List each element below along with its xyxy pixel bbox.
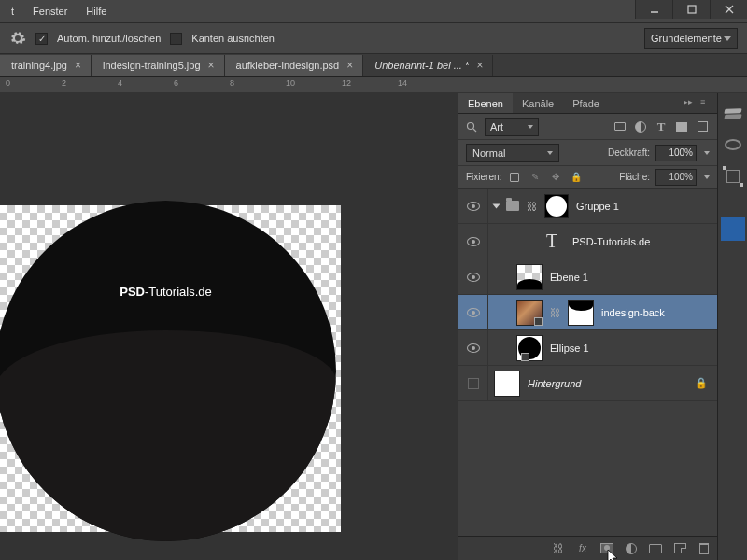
add-mask-button[interactable] bbox=[599, 541, 614, 556]
panel-tab-kanaele[interactable]: Kanäle bbox=[513, 93, 563, 113]
link-layers-button[interactable]: ⛓ bbox=[551, 541, 566, 556]
delete-layer-button[interactable] bbox=[697, 541, 712, 556]
dock-collapsed-panel-icon[interactable] bbox=[721, 217, 745, 241]
filter-kind-dropdown[interactable]: Art bbox=[485, 118, 539, 136]
panel-collapse-icon[interactable]: ▸▸ bbox=[684, 97, 697, 110]
layer-row-group[interactable]: ⛓ Gruppe 1 bbox=[458, 189, 717, 224]
window-close-button[interactable] bbox=[710, 0, 747, 19]
tab-label: Unbenannt-1 bei ... * bbox=[374, 60, 469, 71]
menu-item-t[interactable]: t bbox=[11, 6, 14, 17]
dock-layers-icon[interactable] bbox=[721, 101, 745, 125]
filter-shape-icon[interactable] bbox=[674, 119, 689, 134]
options-bar: Autom. hinzuf./löschen Kanten ausrichten… bbox=[0, 22, 747, 54]
disc-shape[interactable]: PSD-Tutorials.de bbox=[0, 201, 336, 541]
layer-thumbnail[interactable] bbox=[516, 335, 543, 361]
layer-row-indesign-back[interactable]: ⛓ indesign-back bbox=[458, 295, 717, 330]
dock-paths-icon[interactable] bbox=[721, 164, 745, 189]
layer-row-ebene1[interactable]: Ebene 1 bbox=[458, 259, 717, 295]
ruler-tick: 6 bbox=[174, 78, 178, 88]
watermark-text[interactable]: PSD-Tutorials.de bbox=[120, 285, 212, 299]
visibility-eye-icon[interactable] bbox=[467, 273, 480, 282]
layer-thumbnail[interactable] bbox=[516, 264, 543, 290]
tab-training5[interactable]: indesign-training5.jpg× bbox=[92, 55, 225, 76]
menu-item-fenster[interactable]: Fenster bbox=[33, 6, 67, 17]
ruler-tick: 8 bbox=[230, 78, 234, 88]
layers-panel-footer: ⛓ fx bbox=[458, 536, 717, 560]
blend-mode-value: Normal bbox=[472, 147, 505, 159]
opacity-chevron-icon[interactable] bbox=[704, 151, 710, 155]
chevron-down-icon bbox=[528, 125, 533, 129]
layer-name[interactable]: Gruppe 1 bbox=[576, 201, 619, 212]
menu-item-hilfe[interactable]: Hilfe bbox=[86, 6, 106, 17]
type-layer-icon[interactable]: T bbox=[539, 229, 565, 255]
chevron-down-icon bbox=[547, 151, 553, 155]
visibility-eye-icon[interactable] bbox=[467, 202, 480, 211]
window-minimize-button[interactable] bbox=[635, 0, 672, 19]
window-maximize-button[interactable] bbox=[672, 0, 710, 19]
visibility-eye-icon[interactable] bbox=[467, 308, 480, 317]
filter-smart-icon[interactable] bbox=[695, 119, 710, 134]
smart-object-badge-icon bbox=[534, 317, 543, 326]
artboard[interactable]: PSD-Tutorials.de bbox=[0, 205, 341, 532]
align-edges-checkbox[interactable] bbox=[170, 33, 182, 45]
visibility-off-icon[interactable] bbox=[468, 378, 479, 389]
svg-point-4 bbox=[468, 122, 474, 129]
tab-aufkleber[interactable]: aufkleber-indesign.psd× bbox=[225, 55, 364, 76]
layer-name[interactable]: Hintergrund bbox=[528, 378, 581, 389]
tab-close-icon[interactable]: × bbox=[346, 59, 353, 72]
fill-field[interactable]: 100% bbox=[655, 169, 697, 186]
filter-adjustment-icon[interactable] bbox=[633, 119, 648, 134]
auto-add-checkbox[interactable] bbox=[35, 33, 48, 45]
tab-close-icon[interactable]: × bbox=[208, 59, 215, 72]
watermark-rest: -Tutorials.de bbox=[145, 285, 212, 299]
mask-thumbnail[interactable] bbox=[544, 194, 569, 218]
lock-transparency-icon[interactable] bbox=[507, 170, 522, 185]
layer-name[interactable]: indesign-back bbox=[601, 307, 665, 318]
new-layer-button[interactable] bbox=[672, 541, 687, 556]
tab-close-icon[interactable]: × bbox=[476, 59, 483, 72]
right-dock bbox=[717, 93, 747, 560]
canvas-area[interactable]: PSD-Tutorials.de bbox=[0, 93, 458, 560]
link-icon[interactable]: ⛓ bbox=[527, 201, 537, 212]
filter-type-icon[interactable]: T bbox=[654, 119, 669, 134]
fold-toggle-icon[interactable] bbox=[493, 203, 500, 208]
layer-name[interactable]: Ellipse 1 bbox=[550, 343, 589, 354]
opacity-field[interactable]: 100% bbox=[655, 145, 697, 161]
lock-pixels-icon[interactable]: ✎ bbox=[528, 170, 543, 185]
panel-tab-ebenen[interactable]: Ebenen bbox=[458, 93, 513, 113]
lock-all-icon[interactable]: 🔒 bbox=[569, 170, 584, 185]
tab-unbenannt1[interactable]: Unbenannt-1 bei ... *× bbox=[363, 55, 493, 76]
layer-name[interactable]: PSD-Tutorials.de bbox=[572, 236, 650, 247]
horizontal-ruler[interactable]: 0 2 4 6 8 10 12 14 bbox=[0, 77, 747, 93]
dock-channels-icon[interactable] bbox=[721, 133, 745, 157]
layer-thumbnail[interactable] bbox=[516, 300, 543, 326]
new-adjustment-button[interactable] bbox=[624, 541, 639, 556]
tool-preset-dropdown[interactable]: Grundelemente bbox=[644, 28, 738, 49]
layer-row-text[interactable]: T PSD-Tutorials.de bbox=[458, 224, 717, 259]
tool-preset-value: Grundelemente bbox=[651, 33, 722, 44]
visibility-eye-icon[interactable] bbox=[467, 343, 480, 353]
filter-pixel-icon[interactable] bbox=[613, 119, 627, 134]
visibility-eye-icon[interactable] bbox=[467, 237, 480, 246]
ruler-tick: 12 bbox=[342, 78, 351, 88]
chevron-down-icon bbox=[724, 36, 731, 41]
layer-style-button[interactable]: fx bbox=[575, 541, 590, 556]
layer-name[interactable]: Ebene 1 bbox=[550, 272, 588, 283]
search-icon[interactable] bbox=[466, 121, 477, 133]
watermark-bold: PSD bbox=[120, 285, 145, 299]
panel-tab-pfade[interactable]: Pfade bbox=[563, 93, 609, 113]
layer-row-hintergrund[interactable]: Hintergrund 🔒 bbox=[458, 366, 717, 401]
lock-position-icon[interactable]: ✥ bbox=[548, 170, 563, 185]
gear-icon[interactable] bbox=[9, 30, 26, 47]
new-group-button[interactable] bbox=[648, 541, 663, 556]
panel-menu-icon[interactable]: ≡ bbox=[700, 97, 713, 110]
tab-training4[interactable]: training4.jpg× bbox=[0, 55, 92, 76]
layer-thumbnail[interactable] bbox=[494, 371, 520, 397]
fill-chevron-icon[interactable] bbox=[704, 175, 710, 179]
blend-mode-dropdown[interactable]: Normal bbox=[466, 144, 559, 162]
menu-bar: t Fenster Hilfe bbox=[0, 0, 747, 22]
mask-thumbnail[interactable] bbox=[568, 300, 594, 326]
link-icon[interactable]: ⛓ bbox=[550, 307, 560, 318]
layer-row-ellipse1[interactable]: Ellipse 1 bbox=[458, 330, 717, 366]
tab-close-icon[interactable]: × bbox=[75, 59, 81, 72]
